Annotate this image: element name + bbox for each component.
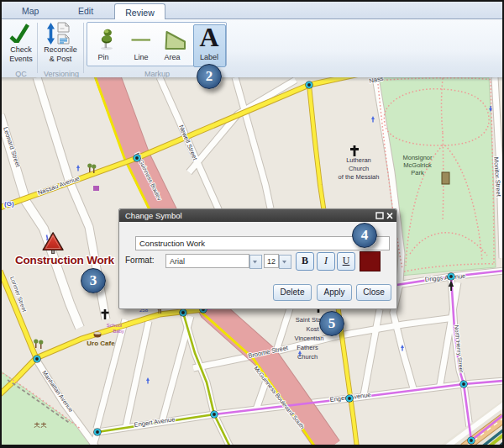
- svg-text:Kost: Kost: [306, 325, 319, 333]
- svg-text:Baby: Baby: [113, 329, 124, 334]
- svg-text:School: School: [107, 323, 122, 328]
- svg-text:(G): (G): [4, 200, 14, 208]
- svg-text:Church: Church: [297, 353, 318, 361]
- svg-text:Monsignor: Monsignor: [402, 154, 433, 161]
- svg-text:Vincentian: Vincentian: [295, 335, 324, 342]
- svg-text:Fathers: Fathers: [297, 344, 318, 351]
- svg-text:Lutheran: Lutheran: [346, 156, 371, 164]
- svg-text:Church: Church: [349, 165, 369, 172]
- svg-text:of the Messiah: of the Messiah: [339, 173, 380, 181]
- svg-text:Park: Park: [411, 169, 424, 177]
- svg-text:Construction Work: Construction Work: [15, 254, 115, 266]
- svg-text:McGolrick: McGolrick: [403, 161, 432, 169]
- svg-text:Uro Cafe: Uro Cafe: [87, 340, 115, 347]
